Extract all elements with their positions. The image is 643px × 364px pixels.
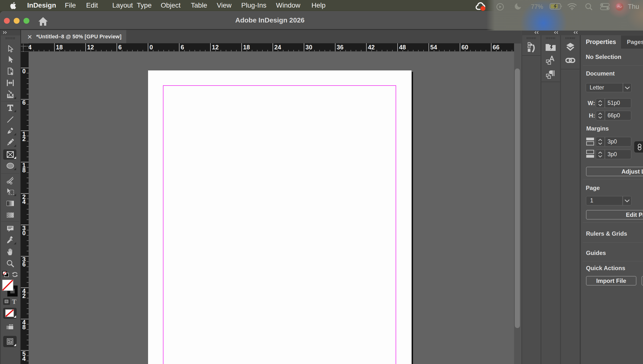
svg-text:12: 12 xyxy=(87,44,94,50)
svg-text:0: 0 xyxy=(22,230,26,236)
svg-text:42: 42 xyxy=(368,44,375,50)
svg-text:0: 0 xyxy=(22,68,26,74)
svg-text:6: 6 xyxy=(22,99,26,106)
svg-text:60: 60 xyxy=(461,44,468,50)
svg-text:8: 8 xyxy=(22,324,26,330)
svg-text:24: 24 xyxy=(274,44,281,50)
svg-text:4: 4 xyxy=(22,355,26,362)
svg-text:30: 30 xyxy=(305,44,312,50)
svg-text:18: 18 xyxy=(243,44,250,50)
svg-text:4: 4 xyxy=(22,198,26,205)
svg-text:36: 36 xyxy=(337,44,344,50)
svg-text:66: 66 xyxy=(493,44,500,50)
svg-text:18: 18 xyxy=(56,44,63,50)
svg-text:0: 0 xyxy=(150,44,153,50)
svg-text:2: 2 xyxy=(22,136,26,142)
svg-text:54: 54 xyxy=(430,44,437,50)
svg-text:24: 24 xyxy=(29,44,32,50)
svg-text:6: 6 xyxy=(118,44,122,50)
svg-text:8: 8 xyxy=(22,167,26,174)
svg-text:12: 12 xyxy=(212,44,219,50)
svg-text:2: 2 xyxy=(22,292,26,299)
svg-text:6: 6 xyxy=(22,261,26,268)
svg-text:6: 6 xyxy=(181,44,184,50)
svg-text:48: 48 xyxy=(399,44,406,50)
